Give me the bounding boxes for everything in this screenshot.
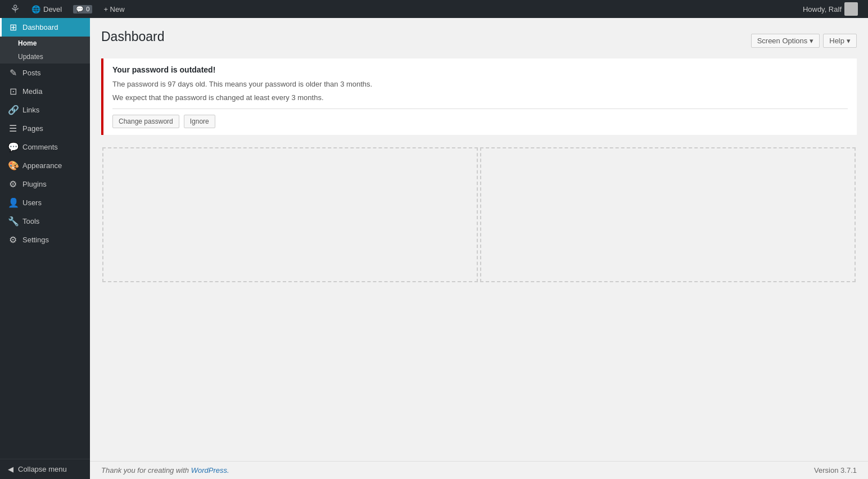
sidebar-plugins-label: Plugins bbox=[22, 180, 47, 188]
dashboard-submenu: Home Updates bbox=[0, 37, 90, 64]
wp-footer: Thank you for creating with WordPress. V… bbox=[90, 461, 868, 479]
sidebar: ⊞ Dashboard Home Updates ✎ Posts ⊡ Media bbox=[0, 18, 90, 479]
posts-icon: ✎ bbox=[8, 67, 18, 78]
comments-bubble: 💬 0 bbox=[73, 5, 92, 13]
dashboard-panel-left bbox=[102, 147, 478, 282]
footer-thank-you: Thank you for creating with bbox=[101, 466, 191, 475]
sidebar-item-tools[interactable]: 🔧 Tools bbox=[0, 212, 90, 231]
ignore-button[interactable]: Ignore bbox=[184, 115, 215, 128]
sidebar-dashboard-label: Dashboard bbox=[22, 23, 58, 31]
sidebar-posts-label: Posts bbox=[22, 69, 41, 77]
sidebar-subitem-home[interactable]: Home bbox=[0, 37, 90, 50]
links-icon: 🔗 bbox=[8, 105, 18, 115]
dashboard-grid bbox=[101, 146, 857, 283]
users-icon: 👤 bbox=[8, 197, 18, 208]
comments-icon: 💬 bbox=[8, 142, 18, 152]
main-content: Dashboard Screen Options ▾ Help ▾ Your p… bbox=[90, 18, 868, 479]
sidebar-item-media[interactable]: ⊡ Media bbox=[0, 82, 90, 101]
sidebar-item-settings[interactable]: ⚙ Settings bbox=[0, 231, 90, 249]
sidebar-subitem-updates[interactable]: Updates bbox=[0, 50, 90, 64]
page-header: Dashboard Screen Options ▾ Help ▾ bbox=[90, 18, 868, 53]
admin-bar: ⚘ 🌐 Devel 💬 0 + New Howdy, Ralf bbox=[0, 0, 868, 18]
footer-version: Version 3.7.1 bbox=[814, 466, 857, 475]
screen-options-button[interactable]: Screen Options ▾ bbox=[751, 34, 820, 48]
comment-icon: 💬 bbox=[76, 6, 84, 13]
sidebar-item-links[interactable]: 🔗 Links bbox=[0, 101, 90, 119]
password-notice: Your password is outdated! The password … bbox=[101, 58, 857, 135]
sidebar-comments-label: Comments bbox=[22, 143, 58, 151]
sidebar-media-label: Media bbox=[22, 87, 42, 96]
user-avatar bbox=[844, 2, 858, 16]
sidebar-item-comments[interactable]: 💬 Comments bbox=[0, 138, 90, 156]
pages-icon: ☰ bbox=[8, 123, 18, 134]
site-name-button[interactable]: 🌐 Devel bbox=[26, 0, 67, 18]
wordpress-link[interactable]: WordPress. bbox=[191, 466, 229, 475]
sidebar-item-users[interactable]: 👤 Users bbox=[0, 193, 90, 212]
notice-actions: Change password Ignore bbox=[112, 115, 848, 128]
sidebar-item-appearance[interactable]: 🎨 Appearance bbox=[0, 156, 90, 175]
collapse-menu-button[interactable]: ◀ Collapse menu bbox=[0, 459, 90, 479]
media-icon: ⊡ bbox=[8, 86, 18, 97]
collapse-menu-label: Collapse menu bbox=[18, 465, 67, 473]
comments-count: 0 bbox=[86, 6, 89, 12]
new-content-button[interactable]: + New bbox=[98, 0, 130, 18]
wp-logo-icon: ⚘ bbox=[10, 2, 20, 16]
sidebar-item-dashboard[interactable]: ⊞ Dashboard bbox=[0, 18, 90, 37]
sidebar-appearance-label: Appearance bbox=[22, 161, 62, 170]
footer-credit: Thank you for creating with WordPress. bbox=[101, 466, 229, 475]
page-title: Dashboard bbox=[101, 29, 165, 44]
sidebar-users-label: Users bbox=[22, 198, 42, 207]
notice-title: Your password is outdated! bbox=[112, 65, 848, 74]
new-content-label: + New bbox=[103, 5, 124, 13]
comments-button[interactable]: 💬 0 bbox=[67, 0, 98, 18]
notice-divider bbox=[112, 109, 848, 109]
dashboard-panel-right bbox=[480, 147, 856, 282]
help-label: Help bbox=[829, 37, 844, 45]
collapse-icon: ◀ bbox=[8, 465, 13, 473]
screen-options-label: Screen Options bbox=[757, 37, 808, 45]
sidebar-item-posts[interactable]: ✎ Posts bbox=[0, 64, 90, 82]
sidebar-item-plugins[interactable]: ⚙ Plugins bbox=[0, 175, 90, 193]
appearance-icon: 🎨 bbox=[8, 160, 18, 171]
sidebar-item-pages[interactable]: ☰ Pages bbox=[0, 119, 90, 138]
site-globe-icon: 🌐 bbox=[31, 5, 40, 13]
notice-line2: We expect that the password is changed a… bbox=[112, 92, 848, 103]
sidebar-menu: ⊞ Dashboard Home Updates ✎ Posts ⊡ Media bbox=[0, 18, 90, 459]
howdy-label: Howdy, Ralf bbox=[803, 5, 842, 13]
sidebar-tools-label: Tools bbox=[22, 217, 39, 225]
header-actions: Screen Options ▾ Help ▾ bbox=[751, 34, 857, 48]
screen-options-chevron: ▾ bbox=[810, 37, 813, 45]
tools-icon: 🔧 bbox=[8, 216, 18, 227]
sidebar-links-label: Links bbox=[22, 106, 39, 114]
wpbody-content: Your password is outdated! The password … bbox=[90, 53, 868, 461]
sidebar-settings-label: Settings bbox=[22, 236, 49, 244]
help-chevron: ▾ bbox=[847, 37, 851, 45]
help-button[interactable]: Help ▾ bbox=[823, 34, 857, 48]
dashboard-icon: ⊞ bbox=[8, 22, 18, 33]
plugins-icon: ⚙ bbox=[8, 179, 18, 189]
change-password-button[interactable]: Change password bbox=[112, 115, 179, 128]
sidebar-pages-label: Pages bbox=[22, 124, 43, 133]
site-name-label: Devel bbox=[43, 5, 62, 13]
settings-icon: ⚙ bbox=[8, 234, 18, 245]
notice-line1: The password is 97 days old. This means … bbox=[112, 79, 848, 90]
wp-logo-button[interactable]: ⚘ bbox=[4, 0, 26, 18]
howdy-button[interactable]: Howdy, Ralf bbox=[797, 0, 864, 18]
